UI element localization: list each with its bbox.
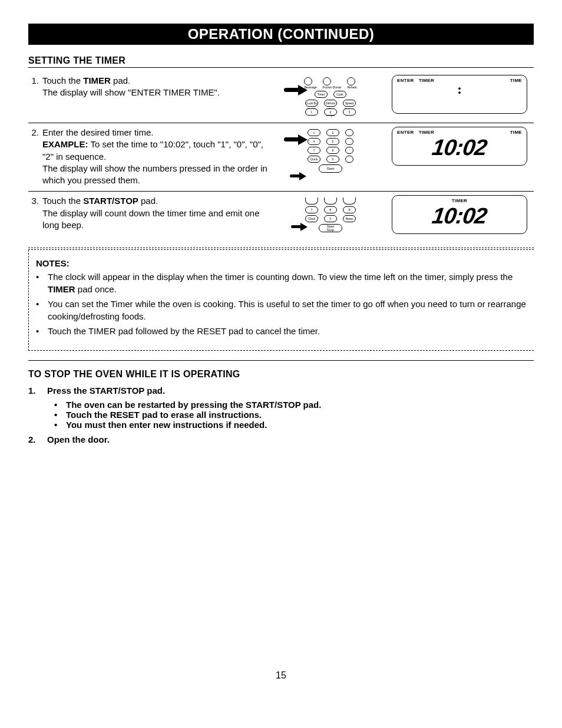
lcd-label: TIMER xyxy=(419,78,434,83)
button-icon: Defrost By Weight xyxy=(324,100,337,107)
num-button-icon xyxy=(305,197,318,205)
num-button-icon xyxy=(345,129,353,136)
text: Enter the desired timer time. xyxy=(42,127,153,137)
lcd-label: TIMER xyxy=(452,198,467,203)
pointer-arrow-icon xyxy=(290,172,316,181)
num-button-icon: 7 xyxy=(308,147,320,154)
num-button-icon: 1 xyxy=(305,108,318,116)
num-button-icon: 9 xyxy=(343,206,356,213)
label: Start xyxy=(319,167,342,170)
lcd-time: 10:02 xyxy=(395,136,523,159)
keypad-diagram: 1 2 4 5 7 8 Clock xyxy=(280,127,381,175)
lcd-label: TIMER xyxy=(419,130,434,135)
step-number: 1. xyxy=(28,75,39,99)
text: The display will show the numbers presse… xyxy=(42,163,267,185)
num-button-icon: 2 xyxy=(324,108,337,116)
num-button-icon: 7 xyxy=(305,206,318,213)
pointer-arrow-icon xyxy=(284,135,310,144)
timer-steps: 1. Touch the TIMER pad. The display will… xyxy=(28,71,534,239)
divider xyxy=(28,360,534,361)
button-icon xyxy=(304,77,312,85)
text: The clock will appear in the display whe… xyxy=(48,272,513,282)
stop-list: 2. Open the door. xyxy=(28,433,534,446)
button-icon: Speed Defrost xyxy=(343,100,356,107)
lcd-display: ENTER TIMER TIME ●● xyxy=(385,75,534,114)
section-title-stop: TO STOP THE OVEN WHILE IT IS OPERATING xyxy=(28,369,534,381)
step-body: Touch the START/STOP pad. The display wi… xyxy=(42,195,276,231)
num-button-icon: 0 xyxy=(326,156,339,163)
pointer-arrow-icon xyxy=(284,85,310,95)
text: Press the START/STOP pad. xyxy=(47,384,165,397)
label: Stop xyxy=(319,228,342,232)
num-button-icon xyxy=(345,138,353,145)
text: You can set the Timer while the oven is … xyxy=(48,298,528,322)
step-body: Enter the desired timer time. EXAMPLE: T… xyxy=(42,127,276,186)
lcd-time: 10:02 xyxy=(395,205,523,227)
text-bold: TIMER xyxy=(48,284,75,294)
step-number: 2. xyxy=(28,127,39,186)
label: Reheat xyxy=(347,85,356,89)
num-button-icon xyxy=(343,197,356,205)
num-button-icon: 8 xyxy=(326,147,339,154)
text: Touch the xyxy=(42,196,83,206)
start-stop-button-icon: Start xyxy=(319,164,342,173)
text: pad. xyxy=(111,75,130,85)
text: pad. xyxy=(138,196,158,206)
step-text: 1. Touch the TIMER pad. The display will… xyxy=(28,75,276,99)
lcd-colon-icon: ●● xyxy=(397,87,522,95)
button-icon: Cook By Weight xyxy=(305,100,318,107)
text: You must then enter new instructions if … xyxy=(66,420,267,430)
num-button-icon: 3 xyxy=(343,108,356,116)
step-number: 1. xyxy=(28,384,39,397)
list-item: Touch the RESET pad to erase all instruc… xyxy=(54,410,534,420)
lcd-label: TIME xyxy=(510,130,522,135)
section-title-timer: SETTING THE TIMER xyxy=(28,55,534,68)
button-icon xyxy=(347,77,355,85)
timer-button-icon: Timer xyxy=(315,91,328,98)
text: Touch the TIMER pad followed by the RESE… xyxy=(48,325,320,337)
text: The display will show "ENTER TIMER TIME"… xyxy=(42,87,220,97)
lcd-label: TIME xyxy=(510,78,522,83)
keypad-diagram: Beverage Frozen Dinner Reheat Timer Cook… xyxy=(280,75,381,118)
text-bold: START/STOP xyxy=(83,196,138,206)
list-item: The clock will appear in the display whe… xyxy=(36,271,528,295)
pointer-arrow-icon xyxy=(291,222,317,232)
text: Touch the RESET pad to erase all instruc… xyxy=(66,410,262,420)
clock-button-icon: Clock xyxy=(305,215,318,222)
text: pad once. xyxy=(75,284,117,294)
num-button-icon: 0 xyxy=(324,215,337,222)
page-banner: OPERATION (CONTINUED) xyxy=(28,24,534,45)
step-number: 2. xyxy=(28,433,39,446)
step-body: Touch the TIMER pad. The display will sh… xyxy=(42,75,276,99)
list-item: Touch the TIMER pad followed by the RESE… xyxy=(36,325,528,337)
button-icon xyxy=(323,77,331,85)
label: Frozen Dinner xyxy=(323,85,342,89)
step-text: 2. Enter the desired timer time. EXAMPLE… xyxy=(28,127,276,186)
step-row: 2. Enter the desired timer time. EXAMPLE… xyxy=(28,123,534,192)
lcd-label: ENTER xyxy=(397,130,414,135)
reset-button-icon: Reset xyxy=(343,215,356,222)
list-item: The oven can be restarted by pressing th… xyxy=(54,400,534,410)
list-item: You must then enter new instructions if … xyxy=(54,420,534,430)
num-button-icon: 2 xyxy=(326,129,339,136)
list-item: 1. Press the START/STOP pad. xyxy=(28,384,534,397)
step-number: 3. xyxy=(28,195,39,231)
step-row: 1. Touch the TIMER pad. The display will… xyxy=(28,71,534,123)
step-row: 3. Touch the START/STOP pad. The display… xyxy=(28,192,534,239)
notes-title: NOTES: xyxy=(36,258,528,268)
notes-box: NOTES: The clock will appear in the disp… xyxy=(28,250,534,351)
start-stop-button-icon: Start Stop xyxy=(319,224,342,232)
notes-list: The clock will appear in the display whe… xyxy=(36,271,528,337)
stop-sublist: The oven can be restarted by pressing th… xyxy=(54,400,534,430)
keypad-diagram: 7 8 9 Clock 0 Reset Start Stop xyxy=(280,195,381,235)
lcd-label: ENTER xyxy=(397,78,414,83)
step-text: 3. Touch the START/STOP pad. The display… xyxy=(28,195,276,231)
num-button-icon: 8 xyxy=(324,206,337,213)
text-bold: EXAMPLE: xyxy=(42,139,88,149)
list-item: You can set the Timer while the oven is … xyxy=(36,298,528,322)
text-bold: TIMER xyxy=(83,75,111,85)
num-button-icon xyxy=(324,197,337,205)
stop-list: 1. Press the START/STOP pad. xyxy=(28,384,534,397)
list-item: 2. Open the door. xyxy=(28,433,534,446)
cook-button-icon: Cook xyxy=(333,91,346,98)
